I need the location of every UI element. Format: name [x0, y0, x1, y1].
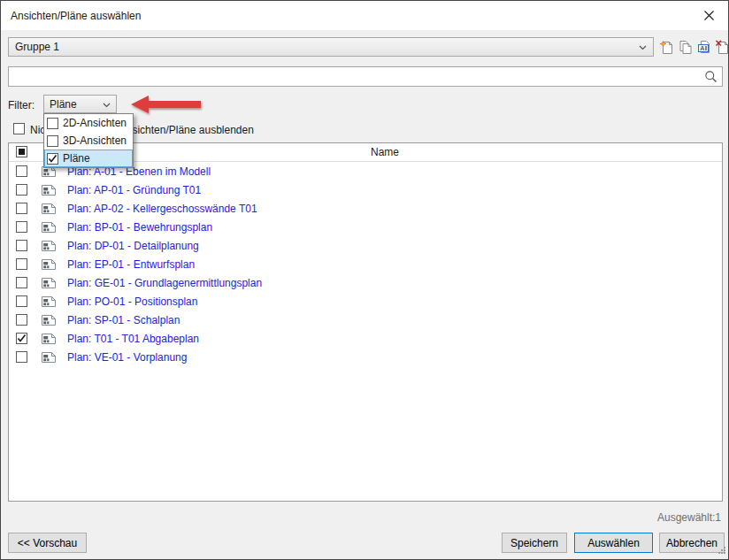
select-button[interactable]: Auswählen	[574, 533, 653, 553]
table-row[interactable]: Plan: T01 - T01 Abgabeplan	[9, 329, 722, 348]
filter-option-checkbox[interactable]	[47, 153, 58, 165]
filter-option-checkbox[interactable]	[47, 118, 58, 129]
sheet-icon	[41, 221, 57, 234]
row-checkbox[interactable]	[16, 165, 27, 177]
plan-name[interactable]: Plan: VE-01 - Vorplanung	[67, 351, 187, 364]
filter-option-checkbox[interactable]	[47, 135, 58, 147]
row-checkbox[interactable]	[16, 314, 27, 326]
new-group-icon[interactable]	[658, 38, 675, 57]
table-row[interactable]: Plan: SP-01 - Schalplan	[9, 311, 722, 329]
duplicate-group-icon[interactable]	[677, 38, 694, 57]
filter-dropdown[interactable]: Pläne	[43, 95, 117, 113]
search-input[interactable]	[9, 67, 704, 86]
delete-group-icon[interactable]	[714, 38, 729, 57]
table-row[interactable]: Plan: AP-02 - Kellergeschosswände T01	[9, 199, 722, 218]
filter-option-label: Pläne	[63, 152, 90, 165]
row-checkbox[interactable]	[16, 277, 27, 288]
row-checkbox[interactable]	[16, 351, 27, 363]
title-bar: Ansichten/Pläne auswählen	[1, 1, 728, 30]
filter-label: Filter:	[8, 99, 35, 111]
cancel-button[interactable]: Abbrechen	[659, 533, 725, 553]
filter-option[interactable]: Pläne	[44, 150, 133, 167]
plan-table-body: Plan: A-01 - Ebenen im ModellPlan: AP-01…	[9, 162, 722, 366]
sheet-icon	[41, 258, 57, 271]
preview-button[interactable]: << Vorschau	[8, 533, 87, 553]
table-row[interactable]: Plan: EP-01 - Entwurfsplan	[9, 255, 722, 273]
selected-count: Ausgewählt:1	[657, 511, 721, 524]
chevron-down-icon	[103, 98, 111, 111]
filter-options-popup: 2D-Ansichten3D-AnsichtenPläne	[43, 113, 134, 168]
filter-option-label: 3D-Ansichten	[63, 134, 127, 147]
row-checkbox[interactable]	[16, 221, 27, 233]
table-row[interactable]: Plan: AP-01 - Gründung T01	[9, 180, 722, 199]
views-sheets-dialog: Ansichten/Pläne auswählen Gruppe 1	[0, 0, 729, 560]
table-row[interactable]: Plan: PO-01 - Positionsplan	[9, 292, 722, 311]
sheet-icon	[41, 240, 57, 252]
filter-option[interactable]: 3D-Ansichten	[44, 132, 133, 150]
row-checkbox[interactable]	[16, 295, 27, 307]
plan-table: Name Plan: A-01 - Ebenen im ModellPlan: …	[8, 142, 723, 502]
table-row[interactable]: Plan: GE-01 - Grundlagenermittlungsplan	[9, 273, 722, 292]
sheet-icon	[41, 203, 57, 215]
plan-name[interactable]: Plan: AP-02 - Kellergeschosswände T01	[67, 203, 257, 215]
plan-name[interactable]: Plan: SP-01 - Schalplan	[67, 314, 180, 326]
plan-name[interactable]: Plan: PO-01 - Positionsplan	[67, 295, 197, 308]
plan-name[interactable]: Plan: DP-01 - Detailplanung	[67, 240, 199, 252]
save-button[interactable]: Speichern	[502, 533, 567, 553]
annotation-arrow-icon	[130, 94, 203, 118]
filter-option-label: 2D-Ansichten	[63, 117, 127, 129]
row-checkbox[interactable]	[16, 203, 27, 214]
search-icon[interactable]	[704, 70, 717, 83]
row-checkbox[interactable]	[16, 240, 27, 251]
search-box	[8, 66, 723, 87]
row-checkbox[interactable]	[16, 184, 27, 196]
plan-name[interactable]: Plan: AP-01 - Gründung T01	[67, 184, 201, 196]
group-dropdown-value: Gruppe 1	[15, 41, 59, 53]
sheet-icon	[41, 333, 57, 345]
group-actions: A	[658, 38, 729, 57]
sheet-icon	[41, 295, 57, 308]
select-all-checkbox[interactable]	[16, 146, 27, 157]
row-checkbox[interactable]	[16, 333, 27, 344]
table-row[interactable]: Plan: BP-01 - Bewehrungsplan	[9, 218, 722, 236]
row-checkbox[interactable]	[16, 258, 27, 270]
sheet-icon	[41, 277, 57, 289]
chevron-down-icon	[639, 41, 647, 53]
group-dropdown[interactable]: Gruppe 1	[8, 37, 654, 57]
svg-text:A: A	[700, 45, 704, 51]
resize-grip[interactable]	[717, 545, 726, 557]
dialog-title: Ansichten/Pläne auswählen	[11, 10, 141, 22]
sheet-icon	[41, 351, 57, 364]
plan-name[interactable]: Plan: EP-01 - Entwurfsplan	[67, 258, 195, 271]
filter-option[interactable]: 2D-Ansichten	[44, 114, 133, 132]
sheet-icon	[41, 184, 57, 196]
plan-name[interactable]: Plan: GE-01 - Grundlagenermittlungsplan	[67, 277, 262, 289]
table-row[interactable]: Plan: DP-01 - Detailplanung	[9, 236, 722, 255]
close-icon[interactable]	[699, 6, 718, 26]
sheet-icon	[41, 314, 57, 326]
name-column-header[interactable]: Name	[48, 146, 722, 158]
table-row[interactable]: Plan: VE-01 - Vorplanung	[9, 348, 722, 366]
plan-name[interactable]: Plan: T01 - T01 Abgabeplan	[67, 333, 199, 345]
plan-name[interactable]: Plan: BP-01 - Bewehrungsplan	[67, 221, 212, 234]
filter-dropdown-value: Pläne	[50, 98, 77, 111]
rename-group-icon[interactable]: A	[695, 38, 712, 57]
hide-unselected-checkbox[interactable]	[13, 123, 25, 134]
